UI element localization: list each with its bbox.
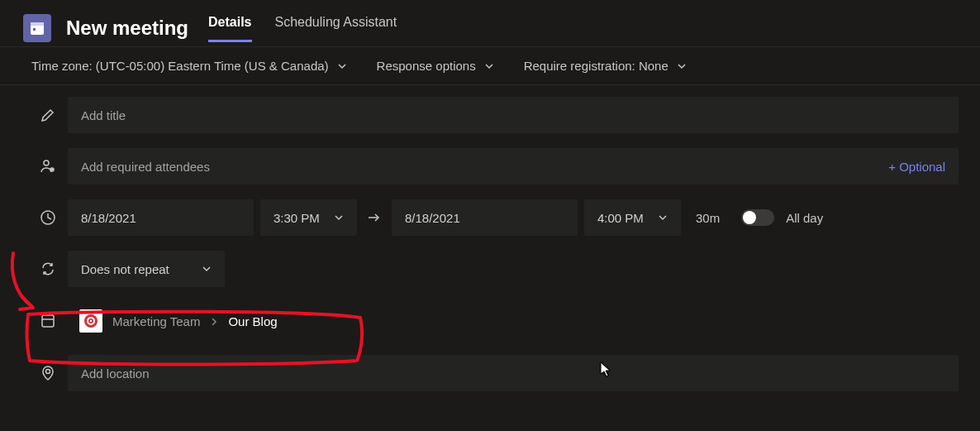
- location-icon: [28, 365, 68, 381]
- location-placeholder: Add location: [81, 366, 150, 381]
- chevron-down-icon: [484, 61, 494, 71]
- chevron-right-icon: [210, 314, 218, 328]
- chevron-down-icon: [334, 213, 344, 223]
- calendar-app-icon: [23, 14, 51, 42]
- require-registration-dropdown[interactable]: Require registration: None: [524, 59, 687, 73]
- page-title: New meeting: [66, 17, 188, 40]
- attendees-placeholder: Add required attendees: [81, 160, 210, 174]
- optional-attendees-link[interactable]: + Optional: [888, 160, 945, 174]
- end-date-input[interactable]: 8/18/2021: [392, 199, 578, 236]
- channel-icon: [28, 313, 68, 329]
- svg-point-14: [90, 320, 92, 322]
- attendees-input[interactable]: Add required attendees + Optional: [68, 148, 959, 184]
- location-input[interactable]: Add location: [68, 355, 959, 391]
- chevron-down-icon: [202, 264, 212, 274]
- timezone-dropdown[interactable]: Time zone: (UTC-05:00) Eastern Time (US …: [31, 59, 347, 73]
- title-placeholder: Add title: [81, 108, 126, 122]
- svg-rect-2: [33, 28, 36, 31]
- chevron-down-icon: [337, 61, 347, 71]
- title-input[interactable]: Add title: [68, 97, 959, 133]
- start-date-input[interactable]: 8/18/2021: [68, 199, 254, 236]
- require-registration-label: Require registration: None: [524, 59, 668, 73]
- channel-picker[interactable]: Marketing Team Our Blog: [68, 302, 959, 340]
- svg-rect-9: [42, 315, 54, 327]
- chevron-down-icon: [677, 61, 687, 71]
- tab-scheduling-assistant[interactable]: Scheduling Assistant: [275, 15, 397, 42]
- svg-rect-1: [31, 22, 44, 26]
- svg-point-3: [44, 160, 49, 165]
- end-time-input[interactable]: 4:00 PM: [584, 199, 681, 236]
- team-avatar-icon: [79, 309, 102, 333]
- channel-name: Our Blog: [228, 314, 277, 328]
- people-icon: [28, 158, 68, 175]
- chevron-down-icon: [658, 213, 668, 223]
- start-time-input[interactable]: 3:30 PM: [260, 199, 357, 236]
- response-options-dropdown[interactable]: Response options: [377, 59, 494, 73]
- response-options-label: Response options: [377, 59, 476, 73]
- allday-label: All day: [786, 211, 823, 225]
- arrow-right-icon: [364, 211, 385, 225]
- pencil-icon: [28, 107, 68, 123]
- clock-icon: [28, 209, 68, 226]
- tab-details[interactable]: Details: [208, 15, 251, 42]
- channel-team-name: Marketing Team: [112, 314, 200, 328]
- mouse-cursor: [600, 362, 611, 381]
- recurrence-dropdown[interactable]: Does not repeat: [68, 251, 225, 287]
- recurrence-icon: [28, 261, 68, 277]
- duration-label: 30m: [696, 211, 720, 225]
- allday-toggle[interactable]: [741, 209, 774, 226]
- svg-point-15: [46, 370, 50, 374]
- timezone-label: Time zone: (UTC-05:00) Eastern Time (US …: [31, 59, 329, 73]
